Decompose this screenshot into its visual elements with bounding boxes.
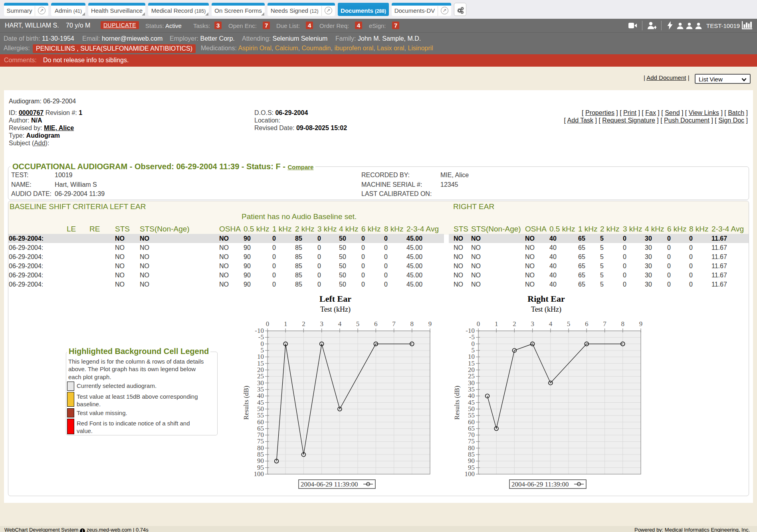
- svg-text:6: 6: [374, 320, 378, 328]
- svg-text:Results (dB): Results (dB): [453, 386, 461, 419]
- svg-text:7: 7: [603, 320, 606, 328]
- svg-text:Results (dB): Results (dB): [242, 386, 250, 419]
- svg-text:1: 1: [495, 320, 498, 328]
- svg-text:2: 2: [513, 320, 516, 328]
- svg-text:5: 5: [567, 320, 571, 328]
- svg-text:Test (kHz): Test (kHz): [320, 305, 351, 314]
- svg-text:2: 2: [302, 320, 305, 328]
- svg-text:Test (kHz): Test (kHz): [531, 305, 561, 314]
- svg-text:6: 6: [585, 320, 589, 328]
- svg-text:Left Ear: Left Ear: [319, 294, 351, 304]
- svg-text:0: 0: [477, 320, 480, 328]
- svg-text:3: 3: [531, 320, 534, 328]
- svg-text:4: 4: [549, 320, 553, 328]
- svg-text:5: 5: [356, 320, 360, 328]
- svg-text:0: 0: [266, 320, 270, 328]
- svg-text:2004-06-29 11:39:00: 2004-06-29 11:39:00: [511, 481, 569, 488]
- svg-text:8: 8: [621, 320, 625, 328]
- svg-text:2004-06-29 11:39:00: 2004-06-29 11:39:00: [301, 481, 358, 488]
- svg-text:1: 1: [284, 320, 287, 328]
- svg-text:100: 100: [254, 470, 264, 478]
- svg-text:4: 4: [338, 320, 342, 328]
- svg-text:9: 9: [428, 320, 432, 328]
- svg-text:9: 9: [639, 320, 643, 328]
- svg-text:100: 100: [465, 470, 475, 478]
- svg-text:Right Ear: Right Ear: [527, 294, 565, 304]
- svg-text:8: 8: [410, 320, 414, 328]
- svg-text:3: 3: [320, 320, 323, 328]
- svg-text:7: 7: [392, 320, 396, 328]
